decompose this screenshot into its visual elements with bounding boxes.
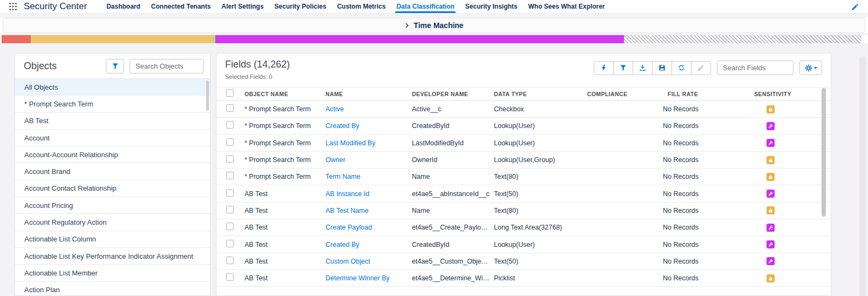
field-name-link[interactable]: Created By <box>326 122 412 130</box>
app-launcher-icon[interactable] <box>9 2 17 11</box>
row-checkbox[interactable] <box>226 138 234 146</box>
table-row: * Prompt Search TermLast Modified ByLast… <box>216 135 831 152</box>
field-name-link[interactable]: Active <box>326 105 412 113</box>
cell-fill-rate: No Records <box>642 156 723 164</box>
field-name-link[interactable]: Term Name <box>326 173 412 180</box>
row-checkbox-cell <box>224 206 245 216</box>
tab-dashboard[interactable]: Dashboard <box>101 0 146 13</box>
lightning-button[interactable] <box>594 61 614 75</box>
tab-security-policies[interactable]: Security Policies <box>269 0 331 13</box>
field-name-link[interactable]: Owner <box>326 156 412 164</box>
row-checkbox-cell <box>224 104 245 114</box>
sensitivity-badge-wrench <box>767 139 775 147</box>
field-name-link[interactable]: Last Modified By <box>326 139 412 147</box>
cell-fill-rate: No Records <box>642 207 723 214</box>
chevron-down-icon <box>814 67 817 69</box>
objects-list-item[interactable]: Account-Account Relationship <box>15 146 210 163</box>
edit-button[interactable] <box>691 61 711 75</box>
tab-connected-tenants[interactable]: Connected Tenants <box>146 0 216 13</box>
sensitivity-badge-lock <box>767 274 775 282</box>
table-row: * Prompt Search TermOwnerOwnerIdLookup(U… <box>216 152 831 169</box>
cell-fill-rate: No Records <box>642 241 723 248</box>
fields-panel: Fields (14,262) Selected Fields: 0 <box>216 53 831 296</box>
row-checkbox-cell <box>224 121 245 131</box>
download-button[interactable] <box>633 61 653 75</box>
cell-data-type: Lookup(User) <box>494 139 572 147</box>
objects-list-item[interactable]: Actionable List Member <box>15 265 210 281</box>
objects-scrollbar-thumb[interactable] <box>206 80 209 111</box>
row-checkbox[interactable] <box>226 223 234 230</box>
objects-list-item[interactable]: * Prompt Search Term <box>15 96 210 112</box>
row-checkbox-cell <box>224 138 245 148</box>
column-header-compliance: COMPLIANCE <box>572 91 642 97</box>
cell-data-type: Lookup(User) <box>494 122 572 130</box>
edit-pencil-icon <box>697 64 704 71</box>
sensitivity-badge-wrench <box>767 122 775 130</box>
row-checkbox[interactable] <box>226 104 234 112</box>
column-header-sensitivity: SENSITIVITY <box>723 91 822 97</box>
tab-alert-settings[interactable]: Alert Settings <box>216 0 269 13</box>
classification-segment-gold <box>31 35 213 43</box>
objects-list-item[interactable]: AB Test <box>15 113 210 130</box>
cell-sensitivity <box>723 122 822 130</box>
row-checkbox[interactable] <box>226 121 234 129</box>
cell-sensitivity <box>723 173 822 181</box>
row-checkbox[interactable] <box>226 189 234 197</box>
field-name-link[interactable]: Created By <box>326 241 412 248</box>
field-name-link[interactable]: Custom Object <box>326 258 412 265</box>
cell-object-name: * Prompt Search Term <box>245 139 326 147</box>
header-checkbox[interactable] <box>226 89 234 97</box>
app-title: Security Center <box>24 1 87 12</box>
row-checkbox[interactable] <box>226 240 234 247</box>
row-checkbox[interactable] <box>226 273 234 281</box>
objects-search-input[interactable] <box>130 59 204 73</box>
objects-list-item[interactable]: Account Contact Relationship <box>15 180 210 197</box>
tab-who-sees-what-explorer[interactable]: Who Sees What Explorer <box>523 0 611 13</box>
cell-fill-rate: No Records <box>642 224 723 231</box>
cell-developer-name: CreatedById <box>412 241 494 248</box>
page-scrollbar[interactable] <box>859 56 866 296</box>
cell-sensitivity <box>723 240 822 248</box>
row-checkbox[interactable] <box>226 206 234 213</box>
field-name-link[interactable]: Create Payload <box>326 224 412 231</box>
objects-list-item[interactable]: Account Pricing <box>15 197 210 214</box>
page-edit-pencil-icon[interactable] <box>852 3 859 10</box>
objects-filter-button[interactable] <box>106 59 124 73</box>
table-settings-button[interactable] <box>799 60 822 75</box>
row-checkbox[interactable] <box>226 172 234 179</box>
objects-list-item[interactable]: Account Brand <box>15 163 210 180</box>
objects-list-item[interactable]: Account <box>15 130 210 146</box>
row-checkbox-cell <box>224 189 245 199</box>
save-button[interactable] <box>652 61 672 75</box>
column-header-name: NAME <box>326 91 412 97</box>
objects-list-item[interactable]: Action Plan <box>15 282 210 295</box>
selected-fields-count: Selected Fields: 0 <box>225 73 290 80</box>
cell-developer-name: et4ae5__abInstanceId__c <box>412 190 494 198</box>
objects-list-item[interactable]: Actionable List Column <box>15 231 210 248</box>
sensitivity-badge-wrench <box>767 190 775 198</box>
classification-segment-magenta <box>215 35 623 43</box>
cell-data-type: Picklist <box>494 274 572 282</box>
field-name-link[interactable]: AB Instance Id <box>326 190 412 198</box>
row-checkbox[interactable] <box>226 155 234 163</box>
table-scrollbar-thumb[interactable] <box>822 88 826 217</box>
cell-data-type: Checkbox <box>494 105 572 113</box>
field-name-link[interactable]: AB Test Name <box>326 207 412 214</box>
filter-button[interactable] <box>613 61 633 75</box>
cell-fill-rate: No Records <box>642 122 723 130</box>
cell-sensitivity <box>723 105 822 113</box>
tab-security-insights[interactable]: Security Insights <box>460 0 523 13</box>
objects-list-item[interactable]: Account Regulatory Action <box>15 214 210 231</box>
fields-toolbar <box>594 60 822 75</box>
classification-segment-unclassified <box>624 35 861 43</box>
row-checkbox-cell <box>224 240 245 250</box>
tab-data-classification[interactable]: Data Classification <box>391 0 459 13</box>
row-checkbox[interactable] <box>226 257 234 264</box>
fields-search-input[interactable] <box>717 60 794 75</box>
refresh-button[interactable] <box>672 61 691 75</box>
objects-list-item[interactable]: All Objects <box>15 79 210 96</box>
tab-custom-metrics[interactable]: Custom Metrics <box>331 0 391 13</box>
time-machine-toggle[interactable]: Time Machine <box>3 18 865 33</box>
objects-list-item[interactable]: Actionable List Key Performance Indicato… <box>15 248 210 265</box>
field-name-link[interactable]: Determine Winner By <box>326 274 412 282</box>
